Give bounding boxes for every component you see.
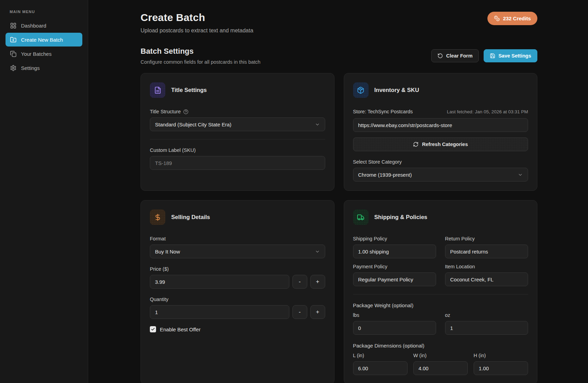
checkbox-checked-icon[interactable] [150,326,156,332]
chevron-down-icon [315,249,320,254]
inventory-badge [353,82,369,98]
sidebar: MAIN MENU Dashboard Create New Batch You… [0,0,88,383]
folder-plus-icon [10,37,17,43]
card-title: Selling Details [171,214,210,220]
dollar-sign-icon [154,214,162,221]
width-label: W (in) [413,353,427,358]
item-location-input[interactable] [445,272,528,286]
divider [353,294,528,294]
select-store-category-label: Select Store Category [353,159,402,165]
sidebar-item-label: Settings [21,65,40,71]
refresh-categories-button[interactable]: Refresh Categories [353,137,528,151]
help-circle-icon[interactable] [183,109,188,114]
title-structure-select[interactable]: Standard (Subject City State Era) [150,117,325,131]
title-structure-value: Standard (Subject City State Era) [155,122,231,127]
custom-label-sku-label: Custom Label (SKU) [150,147,196,153]
card-title: Inventory & SKU [374,87,419,93]
batch-settings-subtitle: Configure common fields for all postcard… [141,59,260,65]
refresh-categories-label: Refresh Categories [422,142,468,147]
price-decrement-button[interactable]: - [292,275,307,289]
dimension-l-input[interactable] [353,361,408,375]
chevron-down-icon [315,122,320,127]
weight-oz-input[interactable] [445,321,528,335]
last-fetched-label: Last fetched: Jan 05, 2026 at 03:31 PM [447,109,528,114]
package-weight-label: Package Weight (optional) [353,302,528,308]
inventory-sku-card: Inventory & SKU Store: TechSync Postcard… [344,73,538,191]
page-subtitle: Upload postcards to extract text and met… [141,28,253,34]
shipping-policies-card: Shipping & Policies Shipping Policy Retu… [344,200,538,383]
store-category-select[interactable]: Chrome (1939-present) [353,168,528,182]
sidebar-item-create-new-batch[interactable]: Create New Batch [6,33,82,46]
title-settings-card: Title Settings Title Structure Standard … [141,73,334,191]
quantity-label: Quantity [150,297,168,302]
credits-label: 232 Credits [503,15,531,21]
format-label: Format [150,236,166,241]
sidebar-item-settings[interactable]: Settings [6,61,82,75]
selling-details-card: Selling Details Format Buy It Now Price … [141,200,334,383]
save-settings-label: Save Settings [498,53,531,59]
lbs-label: lbs [353,312,360,318]
enable-best-offer-label: Enable Best Offer [160,327,200,332]
title-settings-badge [150,82,165,98]
page-title: Create Batch [141,12,253,23]
selling-badge [150,209,165,225]
quantity-increment-button[interactable]: + [310,305,325,319]
payment-policy-label: Payment Policy [353,264,388,269]
store-name-label: Store: TechSync Postcards [353,109,413,114]
custom-label-sku-input[interactable] [150,156,325,170]
file-text-icon [154,86,162,94]
price-input[interactable] [150,275,289,289]
sidebar-item-label: Create New Batch [21,37,63,43]
chevron-down-icon [518,172,523,177]
copy-icon [10,51,17,57]
oz-label: oz [445,312,450,318]
sidebar-item-label: Dashboard [21,23,46,29]
card-title: Title Settings [171,87,207,93]
length-label: L (in) [353,353,364,358]
title-structure-label: Title Structure [150,109,181,114]
clear-form-button[interactable]: Clear Form [431,49,479,62]
dimension-w-input[interactable] [413,361,468,375]
sidebar-section-label: MAIN MENU [10,10,82,14]
gear-icon [10,65,17,71]
payment-policy-input[interactable] [353,272,436,286]
quantity-decrement-button[interactable]: - [292,305,307,319]
shipping-policy-label: Shipping Policy [353,236,387,241]
save-icon [490,53,495,59]
quantity-input[interactable] [150,305,289,319]
divider [150,139,325,139]
batch-settings-title: Batch Settings [141,47,260,56]
enable-best-offer-checkbox-row[interactable]: Enable Best Offer [150,326,325,332]
format-value: Buy It Now [155,249,180,255]
refresh-icon [413,142,419,147]
save-settings-button[interactable]: Save Settings [484,49,537,62]
dimension-h-input[interactable] [474,361,528,375]
truck-icon [357,214,364,221]
clear-form-label: Clear Form [446,53,473,59]
weight-lbs-input[interactable] [353,321,436,335]
store-category-value: Chrome (1939-present) [358,172,412,178]
coins-icon [494,15,500,21]
store-url-input[interactable] [353,118,528,132]
price-label: Price ($) [150,266,169,272]
return-policy-input[interactable] [445,245,528,258]
return-policy-label: Return Policy [445,236,475,241]
main-content: Create Batch Upload postcards to extract… [88,0,588,383]
package-dimensions-label: Package Dimensions (optional) [353,343,528,349]
format-select[interactable]: Buy It Now [150,245,325,258]
sidebar-item-label: Your Batches [21,51,52,57]
shipping-policy-input[interactable] [353,245,436,258]
package-icon [357,86,364,94]
dashboard-grid-icon [10,22,17,29]
sidebar-item-your-batches[interactable]: Your Batches [6,47,82,61]
credits-button[interactable]: 232 Credits [487,12,537,25]
shipping-badge [353,209,369,225]
card-title: Shipping & Policies [374,214,427,220]
sidebar-item-dashboard[interactable]: Dashboard [6,19,82,32]
rotate-ccw-icon [437,53,443,59]
item-location-label: Item Location [445,264,475,269]
price-increment-button[interactable]: + [310,275,325,289]
height-label: H (in) [474,353,486,358]
